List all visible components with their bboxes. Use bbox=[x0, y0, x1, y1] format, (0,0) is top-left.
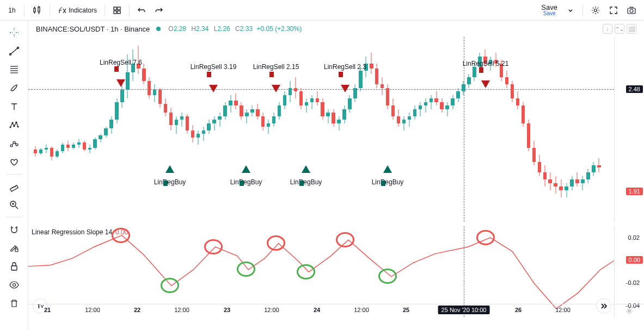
ruler-icon bbox=[9, 181, 20, 192]
fib-tool[interactable] bbox=[4, 61, 24, 78]
drawing-lock-tool[interactable] bbox=[4, 258, 24, 275]
eye-icon bbox=[9, 279, 20, 290]
sell-arrow-icon bbox=[481, 80, 490, 88]
pane-collapse-button[interactable]: ⌃⌄ bbox=[615, 24, 624, 34]
market-status-dot bbox=[156, 27, 161, 31]
svg-point-10 bbox=[594, 9, 597, 11]
svg-rect-9 bbox=[118, 11, 120, 14]
time-tick: 25 bbox=[403, 307, 409, 313]
fib-icon bbox=[9, 64, 20, 75]
pattern-tool[interactable] bbox=[4, 116, 24, 134]
axis-tick: 0.02 bbox=[626, 234, 642, 241]
pane-max-button[interactable]: ⬜ bbox=[627, 24, 636, 34]
layout-button[interactable] bbox=[109, 3, 125, 18]
svg-line-33 bbox=[15, 143, 16, 144]
xabcd-icon bbox=[9, 120, 20, 130]
zoom-icon bbox=[9, 200, 20, 210]
heart-icon bbox=[9, 157, 20, 167]
axis-settings-button[interactable] bbox=[614, 304, 644, 317]
trendline-tool[interactable] bbox=[4, 42, 24, 60]
trough-marker bbox=[297, 264, 315, 279]
indicators-button[interactable]: Indicators bbox=[54, 3, 100, 18]
svg-rect-6 bbox=[114, 7, 116, 10]
trough-marker bbox=[378, 269, 397, 284]
top-toolbar: 1h Indicators Save Save bbox=[0, 0, 644, 21]
svg-point-29 bbox=[10, 145, 13, 147]
forecast-icon bbox=[9, 138, 20, 149]
time-tick: 12:00 bbox=[174, 307, 189, 313]
buy-arrow-icon bbox=[242, 165, 250, 173]
candle-style-button[interactable] bbox=[29, 3, 45, 18]
svg-rect-42 bbox=[15, 249, 18, 252]
snapshot-button[interactable] bbox=[623, 3, 640, 18]
svg-rect-0 bbox=[34, 8, 35, 12]
candlestick-icon bbox=[32, 5, 42, 15]
indicator-axis[interactable]: 0.020.00-0.02-0.040.00 bbox=[614, 226, 644, 317]
svg-point-45 bbox=[628, 310, 630, 312]
lock-icon bbox=[9, 261, 20, 272]
lock-tool[interactable] bbox=[4, 239, 24, 257]
fullscreen-button[interactable] bbox=[606, 3, 621, 18]
brush-tool[interactable] bbox=[4, 79, 24, 97]
axis-tick: -0.02 bbox=[624, 279, 642, 287]
sell-signal-label: LinRegSell 2.3 bbox=[324, 63, 366, 71]
zoom-tool[interactable] bbox=[4, 196, 24, 214]
sell-signal-label: LinRegSell 2.15 bbox=[253, 63, 299, 71]
favorite-tool[interactable] bbox=[4, 153, 24, 171]
sell-arrow-icon bbox=[272, 85, 280, 92]
time-tick: 12:00 bbox=[354, 307, 369, 313]
sell-arrow-icon bbox=[341, 85, 349, 92]
time-tick: 24 bbox=[314, 307, 320, 313]
double-chevron-right-icon bbox=[600, 302, 608, 310]
time-axis[interactable]: 2112:002212:002312:002412:00252612:0025 … bbox=[28, 304, 614, 317]
time-tick: 23 bbox=[224, 307, 230, 313]
trough-marker bbox=[161, 278, 179, 293]
symbol-title[interactable]: BINANCE:SOL/USDT · 1h · Binance bbox=[36, 25, 150, 33]
undo-button[interactable] bbox=[134, 3, 149, 18]
brush-icon bbox=[9, 83, 20, 94]
chart-area: BINANCE:SOL/USDT · 1h · Binance O2.28 H2… bbox=[28, 21, 644, 330]
price-pane[interactable]: LinRegSell 7.6LinRegBuyLinRegSell 3.19Li… bbox=[28, 37, 614, 222]
ruler-tool[interactable] bbox=[4, 178, 24, 195]
sell-arrow-icon bbox=[116, 79, 125, 87]
time-tick: 22 bbox=[134, 307, 140, 313]
text-tool[interactable] bbox=[4, 98, 24, 115]
time-tick: 12:00 bbox=[555, 307, 571, 313]
indicator-pane[interactable]: Linear Regression Slope 140.00 TV bbox=[28, 226, 614, 317]
crosshair-tool[interactable] bbox=[4, 24, 24, 41]
svg-rect-3 bbox=[38, 7, 40, 12]
pane-down-button[interactable]: ↓ bbox=[603, 24, 612, 34]
line-icon bbox=[9, 46, 20, 57]
ohlc-display: O2.28 H2.34 L2.26 C2.33 +0.05 (+2.30%) bbox=[165, 25, 302, 33]
pencil-lock-icon bbox=[9, 242, 20, 253]
save-menu-button[interactable] bbox=[563, 3, 578, 18]
save-button[interactable]: Save Save bbox=[538, 3, 561, 18]
forecast-tool[interactable] bbox=[4, 135, 24, 152]
remove-tool[interactable] bbox=[4, 295, 24, 312]
peak-marker bbox=[336, 232, 354, 247]
svg-point-44 bbox=[13, 284, 15, 287]
buy-arrow-icon bbox=[383, 165, 392, 173]
goto-date-button[interactable] bbox=[596, 298, 611, 314]
left-toolbar bbox=[0, 21, 28, 330]
sell-signal-label: LinRegSell 7.6 bbox=[100, 59, 142, 66]
fx-icon bbox=[58, 6, 66, 15]
buy-signal-label: LinRegBuy bbox=[290, 178, 322, 186]
last-price-tag: 1.91 bbox=[626, 188, 643, 195]
interval-button[interactable]: 1h bbox=[4, 3, 20, 18]
price-axis[interactable]: 2.48 1.91 bbox=[614, 37, 644, 222]
buy-signal-label: LinRegBuy bbox=[230, 178, 262, 186]
magnet-tool[interactable] bbox=[4, 221, 24, 238]
gear-icon bbox=[625, 307, 633, 315]
buy-arrow-icon bbox=[302, 165, 310, 173]
redo-button[interactable] bbox=[151, 3, 167, 18]
settings-button[interactable] bbox=[587, 3, 604, 18]
time-tick: 21 bbox=[44, 307, 51, 313]
crosshair-icon bbox=[9, 27, 20, 38]
trash-icon bbox=[9, 298, 20, 309]
svg-line-39 bbox=[15, 206, 18, 209]
peak-marker bbox=[476, 230, 495, 245]
svg-point-12 bbox=[630, 9, 633, 13]
svg-line-32 bbox=[12, 144, 13, 145]
hide-tool[interactable] bbox=[4, 276, 24, 294]
